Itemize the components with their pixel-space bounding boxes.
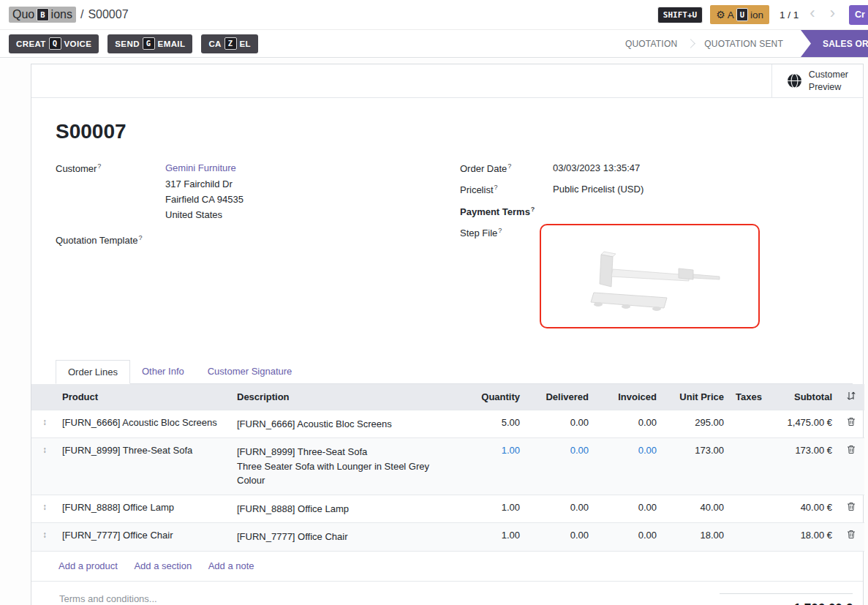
cell-unit-price[interactable]: 18.00 [663, 523, 730, 552]
total-box: Total: 1,706.00 € [720, 593, 853, 605]
drag-handle-icon[interactable]: ↕ [31, 495, 56, 523]
hint-badge-q: Q [49, 37, 61, 50]
cell-product[interactable]: [FURN_8999] Three-Seat Sofa [56, 438, 231, 495]
cell-taxes[interactable] [730, 523, 765, 552]
tab-order-lines[interactable]: Order Lines [56, 360, 130, 384]
cell-quantity[interactable]: 5.00 [458, 410, 526, 438]
status-step-quotation[interactable]: QUOTATION [614, 30, 689, 57]
cell-product[interactable]: [FURN_8888] Office Lamp [56, 495, 231, 523]
field-column-left: Customer? Gemini Furniture 317 Fairchild… [56, 162, 460, 338]
tab-other-info[interactable]: Other Info [130, 360, 196, 383]
add-product-link[interactable]: Add a product [59, 560, 118, 571]
drag-handle-icon[interactable]: ↕ [31, 438, 56, 495]
cell-product[interactable]: [FURN_7777] Office Chair [56, 523, 231, 552]
hint-badge-b: B [37, 8, 48, 21]
cell-taxes[interactable] [730, 495, 765, 523]
column-header-taxes[interactable]: Taxes [730, 384, 765, 410]
field-order-date: Order Date? 03/03/2023 13:35:47 [460, 162, 853, 174]
column-header-product[interactable]: Product [56, 384, 231, 410]
table-row[interactable]: ↕ [FURN_7777] Office Chair [FURN_7777] O… [31, 523, 864, 552]
cell-subtotal: 173.00 € [765, 438, 838, 495]
field-pricelist: Pricelist? Public Pricelist (USD) [460, 184, 853, 195]
cell-invoiced[interactable]: 0.00 [595, 410, 663, 438]
customer-value: Gemini Furniture 317 Fairchild Dr Fairfi… [165, 162, 244, 222]
top-bar: Quo B ions / S00007 SHIFT+U ⚙ A U ion 1 … [0, 0, 868, 29]
customer-preview-button[interactable]: Customer Preview [771, 64, 863, 97]
column-header-quantity[interactable]: Quantity [458, 384, 526, 410]
create-invoice-label-pre: CREAT [16, 40, 46, 48]
send-by-email-button[interactable]: SEND G EMAIL [107, 34, 192, 53]
drag-handle-icon[interactable]: ↕ [31, 410, 56, 438]
send-by-email-label-post: EMAIL [158, 40, 186, 48]
optional-columns-icon [846, 391, 856, 400]
table-row[interactable]: ↕ [FURN_6666] Acoustic Bloc Screens [FUR… [31, 410, 864, 438]
trash-icon [847, 417, 856, 426]
status-step-sales-order[interactable]: SALES ORDER [801, 30, 868, 57]
add-note-link[interactable]: Add a note [208, 560, 254, 571]
cell-invoiced[interactable]: 0.00 [595, 438, 663, 495]
cell-delivered[interactable]: 0.00 [526, 438, 595, 495]
tab-customer-signature[interactable]: Customer Signature [196, 360, 304, 383]
cell-taxes[interactable] [730, 438, 765, 495]
cell-delivered[interactable]: 0.00 [526, 523, 595, 552]
pager-next-button[interactable]: › [826, 5, 839, 21]
cell-description[interactable]: [FURN_6666] Acoustic Bloc Screens [231, 410, 458, 438]
pager-prev-button[interactable]: ‹ [806, 5, 818, 21]
add-section-link[interactable]: Add a section [134, 560, 192, 571]
cell-taxes[interactable] [730, 410, 765, 438]
table-row[interactable]: ↕ [FURN_8999] Three-Seat Sofa [FURN_8999… [31, 438, 864, 495]
delete-row-button[interactable] [838, 523, 864, 552]
breadcrumb-parent-text-pre: Quo [12, 8, 34, 21]
column-header-description[interactable]: Description [231, 384, 458, 410]
order-date-value[interactable]: 03/03/2023 13:35:47 [553, 162, 640, 174]
delete-row-button[interactable] [838, 410, 864, 438]
customer-link[interactable]: Gemini Furniture [165, 162, 236, 173]
help-icon: ? [494, 184, 498, 191]
breadcrumb-parent-link[interactable]: Quo B ions [9, 7, 76, 23]
cell-invoiced[interactable]: 0.00 [595, 495, 663, 523]
notebook-tabs: Order Lines Other Info Customer Signatur… [56, 360, 853, 384]
column-header-invoiced[interactable]: Invoiced [595, 384, 663, 410]
order-lines-section: Product Description Quantity Delivered I… [31, 384, 863, 582]
action-menu-button[interactable]: ⚙ A U ion [710, 5, 769, 24]
hint-badge-g: G [143, 37, 155, 50]
help-icon: ? [139, 234, 143, 241]
step-file-preview[interactable] [540, 224, 760, 328]
cell-delivered[interactable]: 0.00 [526, 495, 595, 523]
cell-description[interactable]: [FURN_8999] Three-Seat Sofa Three Seater… [231, 438, 458, 495]
cell-quantity[interactable]: 1.00 [458, 438, 526, 495]
pricelist-value[interactable]: Public Pricelist (USD) [553, 184, 644, 195]
create-button-partial[interactable]: Cr [849, 5, 868, 25]
create-invoice-label-post: VOICE [64, 40, 92, 48]
cell-unit-price[interactable]: 173.00 [663, 438, 730, 495]
chevron-right-icon: › [830, 4, 835, 22]
cell-unit-price[interactable]: 295.00 [663, 410, 730, 438]
create-invoice-button[interactable]: CREAT Q VOICE [9, 34, 99, 53]
cell-quantity[interactable]: 1.00 [458, 495, 526, 523]
cell-description[interactable]: [FURN_7777] Office Chair [231, 523, 458, 552]
column-header-subtotal[interactable]: Subtotal [765, 384, 838, 410]
column-header-unit-price[interactable]: Unit Price [663, 384, 730, 410]
status-step-quotation-sent[interactable]: QUOTATION SENT [692, 30, 795, 57]
quotation-template-label: Quotation Template? [56, 234, 165, 246]
cell-delivered[interactable]: 0.00 [526, 410, 595, 438]
table-row[interactable]: ↕ [FURN_8888] Office Lamp [FURN_8888] Of… [31, 495, 864, 523]
cell-quantity[interactable]: 1.00 [458, 523, 526, 552]
terms-placeholder[interactable]: Terms and conditions... [56, 593, 157, 604]
optional-columns-toggle[interactable] [838, 384, 864, 410]
delete-row-button[interactable] [838, 495, 864, 523]
drag-handle-icon[interactable]: ↕ [31, 523, 56, 552]
trash-icon [847, 445, 856, 454]
cell-unit-price[interactable]: 40.00 [663, 495, 730, 523]
cell-product[interactable]: [FURN_6666] Acoustic Bloc Screens [56, 410, 231, 438]
cell-description[interactable]: [FURN_8888] Office Lamp [231, 495, 458, 523]
cancel-button[interactable]: CA Z EL [201, 34, 258, 53]
delete-row-button[interactable] [838, 438, 864, 495]
cell-subtotal: 1,475.00 € [765, 410, 838, 438]
action-bar: CREAT Q VOICE SEND G EMAIL CA Z EL QUOTA… [0, 29, 868, 58]
gear-icon: ⚙ [716, 9, 725, 20]
cancel-label-post: EL [240, 40, 252, 48]
order-lines-table: Product Description Quantity Delivered I… [31, 384, 864, 552]
column-header-delivered[interactable]: Delivered [526, 384, 595, 410]
cell-invoiced[interactable]: 0.00 [595, 523, 663, 552]
